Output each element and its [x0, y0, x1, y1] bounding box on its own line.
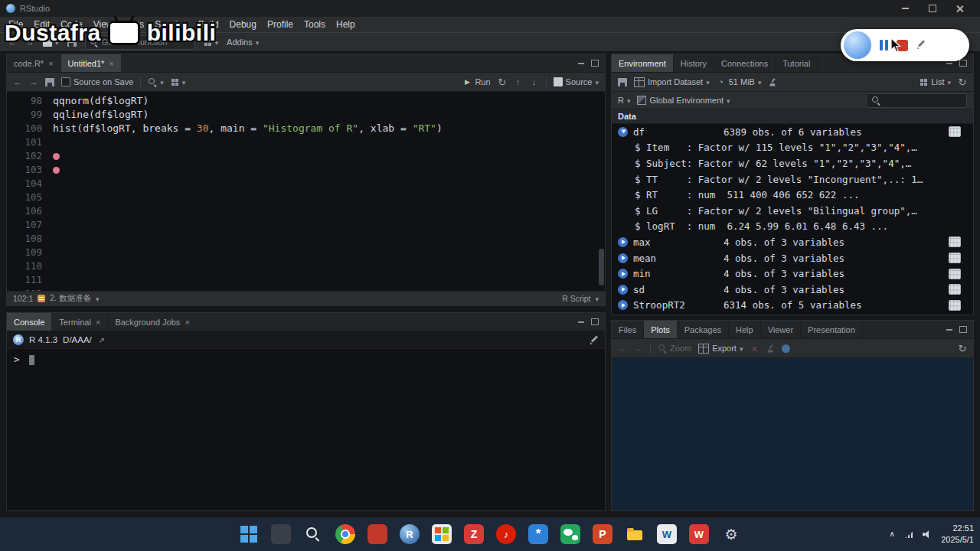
tab-close-icon[interactable] — [109, 59, 113, 68]
doc-type-selector[interactable]: R Script — [562, 294, 590, 303]
taskbar-icon-chrome[interactable] — [335, 524, 355, 544]
menu-item-profile[interactable]: Profile — [262, 17, 299, 32]
expand-icon[interactable] — [618, 253, 628, 263]
code-tools-button[interactable] — [171, 77, 186, 86]
breakpoint-dot[interactable] — [53, 153, 60, 160]
view-data-icon[interactable] — [949, 269, 961, 279]
editor-scrollbar[interactable] — [599, 249, 604, 285]
taskbar-clock[interactable]: 22:51 2025/5/1 — [941, 523, 974, 546]
taskbar-icon-wechat[interactable] — [560, 524, 580, 544]
goto-file-box[interactable] — [85, 35, 195, 50]
pane-minimize-icon[interactable] — [946, 329, 952, 331]
environment-selector[interactable]: Global Environment — [637, 96, 730, 105]
pane-maximize-icon[interactable] — [591, 318, 599, 325]
publish-icon[interactable] — [782, 344, 790, 353]
tab[interactable]: Tutorial — [776, 54, 818, 72]
env-object-row[interactable]: StroopRT2 6314 obs. of 5 variables — [612, 298, 973, 314]
run-previous-icon[interactable] — [514, 77, 523, 86]
pane-maximize-icon[interactable] — [591, 60, 599, 67]
source-on-save-checkbox[interactable] — [61, 77, 70, 86]
addins-button[interactable]: Addins — [227, 37, 259, 47]
toolbar-grid-button[interactable] — [204, 37, 219, 47]
expand-icon[interactable] — [618, 237, 628, 247]
nav-back-icon[interactable] — [13, 77, 22, 86]
tab-close-icon[interactable] — [185, 318, 189, 327]
view-data-icon[interactable] — [949, 126, 961, 137]
taskbar-icon-app-red[interactable] — [368, 524, 387, 544]
volume-icon[interactable] — [923, 530, 933, 538]
annotate-button[interactable] — [916, 38, 926, 52]
env-search-box[interactable] — [866, 93, 967, 108]
pane-minimize-icon[interactable] — [578, 321, 584, 323]
tab[interactable]: Background Jobs — [108, 313, 197, 331]
taskbar-icon-explorer[interactable] — [625, 524, 645, 544]
rerun-icon[interactable] — [498, 77, 507, 88]
open-folder-icon[interactable] — [97, 336, 106, 344]
code-editor[interactable]: 98 qqnorm(df$logRT) 99 qqline(df$logRT) … — [7, 92, 605, 291]
taskbar-icon-grid[interactable] — [432, 524, 452, 544]
run-next-icon[interactable] — [530, 77, 539, 86]
view-data-icon[interactable] — [949, 236, 961, 247]
pane-maximize-icon[interactable] — [959, 326, 967, 333]
clear-plots-icon[interactable] — [766, 344, 775, 353]
taskbar-icon-powerpoint[interactable]: P — [593, 524, 612, 544]
pane-maximize-icon[interactable] — [959, 60, 967, 67]
expand-icon[interactable] — [618, 269, 628, 279]
menu-item-debug[interactable]: Debug — [224, 17, 262, 32]
tray-chevron-icon[interactable] — [887, 530, 897, 539]
minimize-button[interactable] — [891, 0, 919, 17]
pause-recording-button[interactable] — [880, 40, 888, 51]
tab[interactable]: Console — [7, 313, 52, 331]
clear-console-icon[interactable] — [590, 335, 599, 344]
run-button[interactable]: Run — [462, 77, 490, 86]
env-object-row[interactable]: max 4 obs. of 3 variables — [612, 234, 973, 250]
new-file-button[interactable] — [43, 37, 59, 47]
env-object-row[interactable]: sd 4 obs. of 3 variables — [612, 282, 973, 298]
save-workspace-icon[interactable] — [618, 78, 627, 86]
save-icon[interactable] — [67, 38, 77, 47]
network-icon[interactable] — [905, 530, 914, 538]
zoom-button[interactable]: Zoom — [658, 344, 691, 353]
refresh-environment-icon[interactable] — [958, 77, 967, 88]
memory-usage-button[interactable]: 51 MiB — [717, 77, 762, 86]
maximize-button[interactable] — [919, 0, 946, 17]
taskbar-icon-rstudio[interactable]: R — [400, 524, 420, 544]
export-button[interactable]: Export — [698, 344, 743, 354]
clear-objects-icon[interactable] — [769, 78, 777, 86]
find-replace-button[interactable] — [148, 77, 164, 86]
menu-item-edit[interactable]: Edit — [28, 17, 55, 32]
pane-minimize-icon[interactable] — [946, 63, 952, 64]
import-dataset-button[interactable]: Import Dataset — [634, 77, 710, 87]
tab-close-icon[interactable] — [96, 318, 100, 327]
menu-item-view[interactable]: View — [88, 17, 119, 32]
taskbar-icon-start[interactable] — [239, 524, 259, 544]
section-selector[interactable]: 2. 数据准备 — [50, 293, 91, 304]
expand-icon[interactable] — [618, 285, 628, 295]
remove-plot-icon[interactable] — [750, 343, 759, 354]
env-object-row[interactable]: df 6389 obs. of 6 variables — [612, 124, 973, 140]
source-button[interactable]: Source — [554, 77, 599, 86]
tab[interactable]: Presentation — [801, 321, 863, 338]
previous-plot-icon[interactable] — [618, 344, 627, 353]
taskbar-icon-word[interactable]: W — [657, 524, 677, 544]
tab-close-icon[interactable] — [48, 59, 53, 68]
forward-icon[interactable] — [25, 37, 34, 47]
env-search-input[interactable] — [883, 95, 962, 106]
nav-forward-icon[interactable] — [29, 77, 38, 86]
back-icon[interactable] — [8, 37, 17, 47]
taskbar-icon-search[interactable] — [303, 524, 323, 544]
menu-item-code[interactable]: Code — [55, 17, 88, 32]
taskbar-icon-widgets[interactable] — [271, 524, 291, 544]
console-input-area[interactable]: > — [7, 349, 605, 510]
next-plot-icon[interactable] — [634, 344, 643, 353]
cursor-position[interactable]: 102:1 — [13, 294, 33, 303]
menu-item-plots[interactable]: Plots — [119, 17, 150, 32]
recorder-main-button[interactable] — [844, 31, 871, 59]
menu-item-session[interactable]: Session — [149, 17, 193, 32]
menu-item-help[interactable]: Help — [331, 17, 361, 32]
tab[interactable]: Plots — [644, 321, 677, 338]
list-view-button[interactable]: List — [920, 77, 951, 86]
close-button[interactable] — [946, 0, 974, 17]
menu-item-file[interactable]: File — [3, 17, 28, 32]
save-file-icon[interactable] — [45, 78, 54, 86]
